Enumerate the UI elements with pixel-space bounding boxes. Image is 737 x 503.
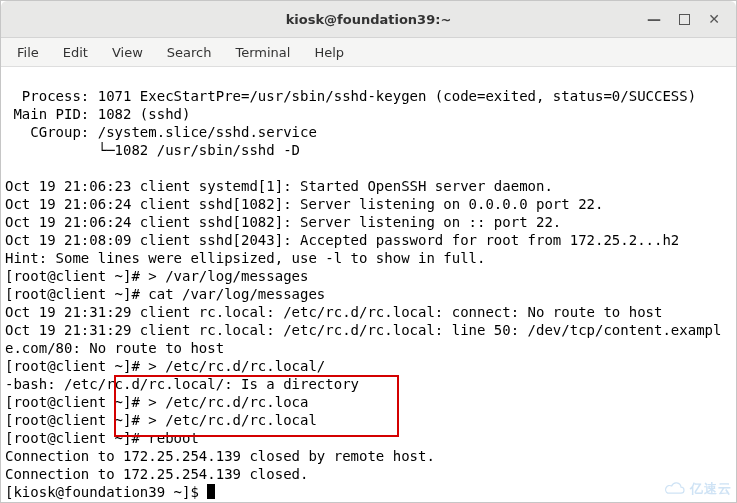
terminal-line: Oct 19 21:31:29 client rc.local: /etc/rc…: [5, 304, 662, 320]
window-controls: — ✕: [646, 1, 730, 37]
close-button[interactable]: ✕: [706, 11, 722, 27]
terminal-line: Oct 19 21:08:09 client sshd[2043]: Accep…: [5, 232, 679, 248]
cloud-icon: [663, 482, 687, 496]
terminal-line: Oct 19 21:06:24 client sshd[1082]: Serve…: [5, 196, 603, 212]
terminal-line: [root@client ~]# > /var/log/messages: [5, 268, 308, 284]
menu-file[interactable]: File: [7, 42, 49, 63]
terminal-line: [root@client ~]# cat /var/log/messages: [5, 286, 325, 302]
menu-edit[interactable]: Edit: [53, 42, 98, 63]
terminal-line: Hint: Some lines were ellipsized, use -l…: [5, 250, 485, 266]
menubar: File Edit View Search Terminal Help: [1, 38, 736, 67]
watermark: 亿速云: [663, 480, 732, 498]
menu-help[interactable]: Help: [304, 42, 354, 63]
terminal-line: [root@client ~]# reboot: [5, 430, 199, 446]
terminal-line: Connection to 172.25.254.139 closed by r…: [5, 448, 435, 464]
terminal-line: Main PID: 1082 (sshd): [5, 106, 190, 122]
terminal-line: Connection to 172.25.254.139 closed.: [5, 466, 308, 482]
terminal-line: [root@client ~]# > /etc/rc.d/rc.local: [5, 412, 317, 428]
cursor: [207, 484, 215, 499]
menu-search[interactable]: Search: [157, 42, 222, 63]
minimize-button[interactable]: —: [646, 11, 662, 27]
terminal-line: Oct 19 21:31:29 client rc.local: /etc/rc…: [5, 322, 721, 356]
menu-terminal[interactable]: Terminal: [225, 42, 300, 63]
terminal-line: [root@client ~]# > /etc/rc.d/rc.local/: [5, 358, 325, 374]
terminal-prompt-line: [kiosk@foundation39 ~]$: [5, 484, 207, 500]
terminal-line: -bash: /etc/rc.d/rc.local/: Is a directo…: [5, 376, 359, 392]
menu-view[interactable]: View: [102, 42, 153, 63]
terminal-line: CGroup: /system.slice/sshd.service: [5, 124, 317, 140]
terminal-line: [root@client ~]# > /etc/rc.d/rc.loca: [5, 394, 308, 410]
window-title: kiosk@foundation39:~: [286, 12, 452, 27]
maximize-button[interactable]: [676, 11, 692, 27]
terminal-line: Oct 19 21:06:24 client sshd[1082]: Serve…: [5, 214, 561, 230]
watermark-text: 亿速云: [690, 480, 732, 498]
terminal-line: Process: 1071 ExecStartPre=/usr/sbin/ssh…: [5, 88, 696, 104]
terminal-window: kiosk@foundation39:~ — ✕ File Edit View …: [0, 0, 737, 503]
terminal-line: Oct 19 21:06:23 client systemd[1]: Start…: [5, 178, 553, 194]
titlebar: kiosk@foundation39:~ — ✕: [1, 1, 736, 38]
terminal-output[interactable]: Process: 1071 ExecStartPre=/usr/sbin/ssh…: [1, 67, 736, 502]
terminal-line: └─1082 /usr/sbin/sshd -D: [5, 142, 300, 158]
